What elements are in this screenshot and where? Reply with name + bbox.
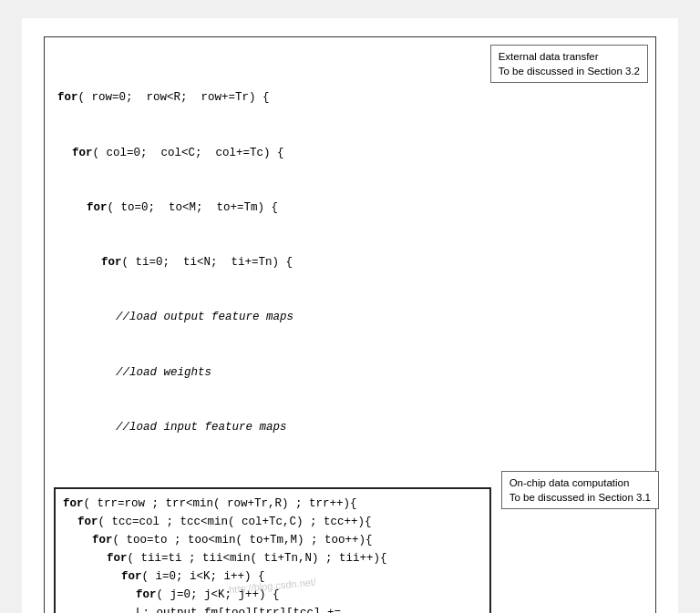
inner-line-5: for( i=0; i<K; i++) { bbox=[63, 567, 482, 586]
page-container: External data transfer To be discussed i… bbox=[22, 18, 678, 613]
outer-line-7: //load On-chip data computationinput fea… bbox=[57, 418, 446, 436]
figure-wrapper: External data transfer To be discussed i… bbox=[44, 36, 656, 613]
outer-line-3: for( to=0; to<M; to+=Tm) { bbox=[57, 199, 446, 217]
inner-line-4: for( tii=ti ; tii<min( ti+Tn,N) ; tii++)… bbox=[63, 549, 482, 567]
outer-box-top: External data transfer To be discussed i… bbox=[44, 36, 656, 613]
inner-box: http://blog.csdn.net/ for( trr=row ; trr… bbox=[54, 487, 491, 613]
external-data-annotation: External data transfer To be discussed i… bbox=[490, 45, 648, 83]
annotation-line1: External data transfer bbox=[499, 49, 640, 64]
outer-line-4: for( ti=0; ti<N; ti+=Tn) { bbox=[57, 253, 446, 271]
outer-code-top: for( row=0; row<R; row+=Tr) { for( col=0… bbox=[54, 46, 646, 478]
onchip-line2: To be discussed in Section 3.1 bbox=[510, 490, 651, 505]
inner-line-2: for( tcc=col ; tcc<min( col+Tc,C) ; tcc+… bbox=[63, 513, 482, 531]
inner-line-3: for( too=to ; too<min( to+Tm,M) ; too++)… bbox=[63, 531, 482, 549]
outer-line-6: //load weights bbox=[57, 363, 446, 382]
inner-line-1: for( trr=row ; trr<min( row+Tr,R) ; trr+… bbox=[63, 495, 482, 513]
onchip-line1: On-chip data computation bbox=[510, 475, 651, 490]
inner-line-6: for( j=0; j<K; j++) { bbox=[63, 586, 482, 604]
inner-line-7: L: output_fm[too][trr][tcc] += bbox=[63, 604, 482, 613]
outer-line-2: for( col=0; col<C; col+=Tc) { bbox=[57, 144, 446, 162]
annotation-line2: To be discussed in Section 3.2 bbox=[499, 64, 640, 78]
outer-line-1: for( row=0; row<R; row+=Tr) { bbox=[57, 88, 446, 107]
outer-line-5: //load output feature maps bbox=[57, 308, 446, 326]
onchip-data-annotation: On-chip data computation To be discussed… bbox=[501, 471, 659, 509]
